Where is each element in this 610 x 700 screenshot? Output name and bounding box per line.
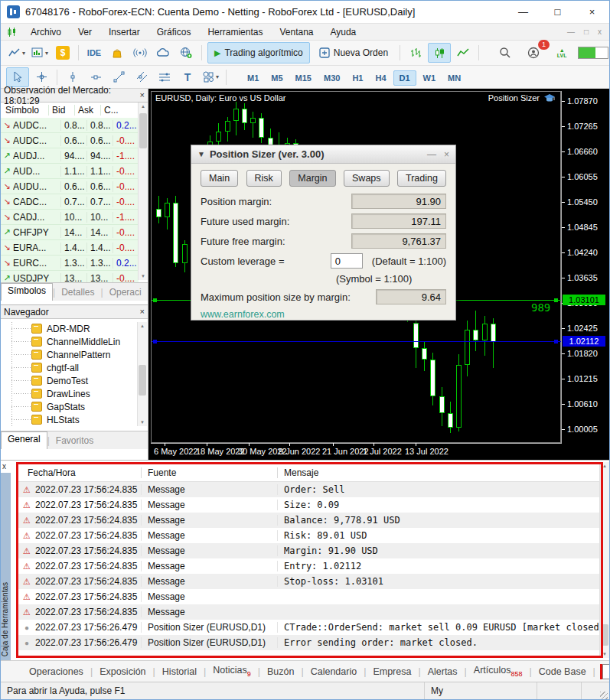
search-button[interactable]: [494, 44, 516, 62]
bottom-tab-noticias[interactable]: Noticias9: [206, 663, 257, 679]
close-icon[interactable]: x: [2, 462, 6, 470]
position-sizer-titlebar[interactable]: ▼ Position Sizer (ver. 3.00) — ×: [191, 145, 455, 164]
line-handle[interactable]: [554, 298, 558, 302]
close-icon[interactable]: ×: [444, 149, 449, 160]
profiles-button[interactable]: ▾: [29, 44, 51, 62]
menu-item-ver[interactable]: Ver: [70, 27, 100, 37]
minimize-icon[interactable]: —: [427, 149, 436, 160]
resize-grip[interactable]: [600, 692, 608, 699]
menu-item-ventana[interactable]: Ventana: [271, 27, 321, 37]
scroll-up-arrow[interactable]: ▲: [139, 104, 148, 109]
new-order-button[interactable]: Nueva Orden: [313, 43, 394, 63]
market-watch-row[interactable]: ↗AUD...1.1...1.1...-0....: [1, 164, 139, 179]
timeframe-m1[interactable]: M1: [242, 71, 264, 85]
timeframe-d1[interactable]: D1: [393, 70, 416, 86]
bar-chart-mode-button[interactable]: [405, 44, 426, 62]
navigator-item-chgtf-all[interactable]: chgtf-all: [1, 361, 137, 374]
notifications-button[interactable]: 1: [523, 44, 544, 62]
log-scrollbar[interactable]: ▲▼: [599, 462, 609, 658]
navigator-scrollbar[interactable]: ▲▼: [137, 322, 147, 426]
vps-cloud-button[interactable]: [152, 44, 174, 62]
scroll-thumb[interactable]: [601, 624, 608, 646]
scroll-down-arrow[interactable]: ▼: [139, 274, 148, 278]
market-watch-row[interactable]: ↘EURC...1.3...1.3...0.2...: [1, 256, 139, 271]
timeframe-m30[interactable]: M30: [318, 71, 345, 85]
connection-toggle[interactable]: [578, 47, 608, 59]
market-watch-tab-detalles[interactable]: Detalles: [55, 285, 100, 299]
algo-trading-button[interactable]: ▶ Trading algorítmico: [207, 42, 310, 63]
navigator-item-hlstats[interactable]: HLStats: [1, 413, 137, 426]
log-row[interactable]: ●2022.07.23 17:56:26.479Position Sizer (…: [18, 635, 602, 650]
menu-item-herramientas[interactable]: Herramientas: [199, 27, 271, 37]
market-watch-row[interactable]: ↗AUDJ...94....94....-1....: [1, 148, 139, 164]
chart-window[interactable]: EURUSD, Daily: Euro vs US Dollar Positio…: [148, 89, 610, 460]
timeframe-h4[interactable]: H4: [370, 71, 391, 85]
market-watch-tab-operaci[interactable]: Operaci: [103, 285, 148, 299]
log-row[interactable]: ⚠2022.07.23 17:56:24.835MessageStop-loss…: [18, 574, 602, 589]
deposit-button[interactable]: $: [52, 44, 73, 62]
mdi-minimize-button[interactable]: —: [567, 28, 575, 36]
timeframe-mn[interactable]: MN: [442, 71, 466, 85]
maximize-button[interactable]: □: [540, 1, 575, 24]
market-watch-row[interactable]: ↘EURA...1.4...1.4...-0....: [1, 240, 139, 256]
bottom-tab-expertos[interactable]: Expertos: [602, 664, 610, 679]
horizontal-line-tool-button[interactable]: [85, 68, 106, 86]
position-sizer-tab-trading[interactable]: Trading: [397, 170, 446, 187]
bottom-tab-alertas[interactable]: Alertas: [421, 665, 465, 679]
market-watch-tab-símbolos[interactable]: Símbolos: [1, 283, 53, 301]
log-row[interactable]: ⚠2022.07.23 17:56:24.835MessageOrder: Se…: [18, 482, 602, 497]
navigator-item-channelpattern[interactable]: ChannelPattern: [1, 348, 137, 361]
navigator-tab-favoritos[interactable]: Favoritos: [50, 434, 99, 448]
bottom-tab-calendario[interactable]: Calendario: [304, 665, 364, 679]
bottom-tab-empresa[interactable]: Empresa: [366, 665, 418, 679]
mdi-close-button[interactable]: x: [598, 28, 602, 36]
navigator-item-gapstats[interactable]: GapStats: [1, 400, 137, 413]
close-icon[interactable]: ×: [140, 91, 145, 99]
timeframe-m5[interactable]: M5: [266, 71, 288, 85]
column-header-datetime[interactable]: Fecha/Hora: [18, 467, 141, 478]
column-header-source[interactable]: Fuente: [141, 467, 277, 478]
market-watch-row[interactable]: ↘CADC...0.7...0.7...-0....: [1, 194, 139, 210]
scroll-up-arrow[interactable]: ▲: [600, 464, 609, 468]
market-watch-scrollbar[interactable]: ▲▼: [138, 103, 148, 280]
lvl-button[interactable]: ▲LVL: [551, 44, 572, 62]
log-row[interactable]: ●2022.07.23 17:56:26.479Position Sizer (…: [18, 620, 602, 635]
column-header-symbol[interactable]: Símbolo: [1, 105, 48, 116]
log-row[interactable]: ⚠2022.07.23 17:56:24.835MessageEntry: 1.…: [18, 558, 602, 574]
bottom-tab-artículos[interactable]: Artículos858: [467, 663, 530, 679]
log-row[interactable]: ⚠2022.07.23 17:56:24.835MessageSize: 0.0…: [18, 497, 602, 513]
navigator-item-drawlines[interactable]: DrawLines: [1, 387, 137, 400]
bottom-tab-buzón[interactable]: Buzón: [260, 665, 301, 679]
bottom-tab-code-base[interactable]: Code Base: [532, 665, 593, 679]
bottom-tab-historial[interactable]: Historial: [155, 665, 204, 679]
menu-item-insertar[interactable]: Insertar: [100, 27, 148, 37]
column-header-ask[interactable]: Ask: [74, 105, 100, 116]
log-row[interactable]: ⚠2022.07.23 17:56:24.835MessageRisk: 89.…: [18, 528, 602, 543]
close-icon[interactable]: ×: [140, 308, 145, 316]
navigator-tab-general[interactable]: General: [1, 431, 47, 449]
market-watch-row[interactable]: ↘AUDU...0.6...0.6...-0....: [1, 179, 139, 194]
scroll-up-arrow[interactable]: ▲: [138, 324, 147, 328]
position-sizer-tab-swaps[interactable]: Swaps: [344, 170, 390, 187]
line-chart-mode-button[interactable]: [452, 44, 474, 62]
market-watch-row[interactable]: ↘AUDC...0.8...0.8...0.2...: [1, 118, 139, 133]
custom-leverage-input[interactable]: 0: [331, 253, 363, 269]
channel-tool-button[interactable]: [131, 68, 152, 86]
position-sizer-tab-risk[interactable]: Risk: [246, 170, 282, 187]
log-row[interactable]: ⚠2022.07.23 17:56:24.835MessageMargin: 9…: [18, 543, 602, 558]
timeframe-w1[interactable]: W1: [418, 71, 442, 85]
earnforex-link[interactable]: www.earnforex.com: [201, 309, 446, 320]
log-row[interactable]: ⚠2022.07.23 17:56:24.835Message: [18, 604, 602, 620]
scroll-thumb[interactable]: [139, 365, 146, 396]
signals-button[interactable]: [129, 44, 151, 62]
minimize-button[interactable]: —: [506, 1, 540, 24]
market-watch-row[interactable]: ↘AUDC...0.6...0.6...-0....: [1, 133, 139, 148]
column-header-message[interactable]: Mensaje: [277, 467, 602, 478]
menu-item-gráficos[interactable]: Gráficos: [148, 27, 200, 37]
line-handle[interactable]: [554, 340, 558, 343]
market-watch-row[interactable]: ↘CADJ...10...10...-1....: [1, 210, 139, 225]
market-watch-row[interactable]: ↗CHFJPY14...14...-0....: [1, 225, 139, 240]
candlestick-mode-button[interactable]: [428, 43, 451, 63]
navigator-item-adr-mdr[interactable]: ADR-MDR: [1, 322, 137, 335]
collapse-icon[interactable]: ▼: [197, 150, 205, 158]
